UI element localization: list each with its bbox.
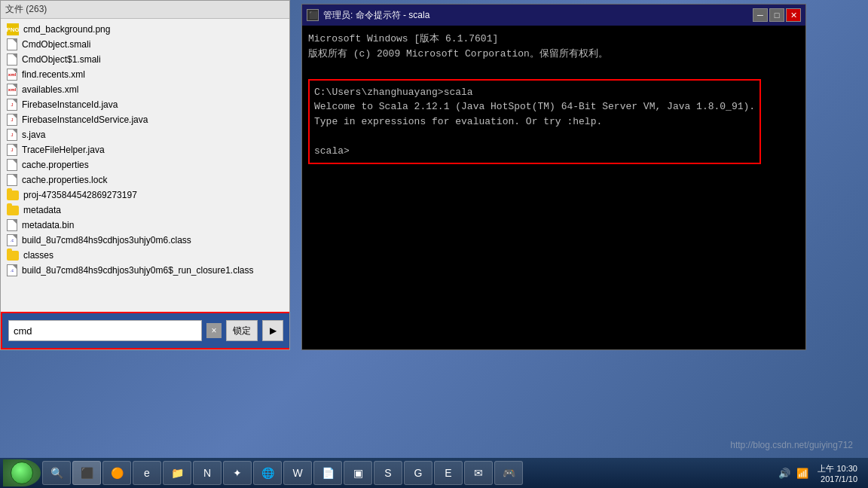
taskbar-icon-mail: ✉ bbox=[471, 465, 486, 480]
taskbar-icon-chrome: 🟠 bbox=[109, 465, 124, 480]
file-item-label: TraceFileHelper.java bbox=[22, 145, 105, 155]
file-item-label: CmdObject.smali bbox=[22, 39, 90, 50]
taskbar-icon-skype: S bbox=[381, 465, 396, 480]
file-item[interactable]: cache.properties.lock bbox=[1, 172, 289, 188]
file-item-label: metadata.bin bbox=[22, 220, 74, 230]
taskbar-item-app5[interactable]: E bbox=[434, 461, 463, 485]
file-item[interactable]: metadata bbox=[1, 203, 289, 218]
file-item[interactable]: .cbuild_8u7cmd84hs9cdhjos3uhjy0m6.class bbox=[1, 233, 289, 248]
taskbar-icon-cmd: ⬛ bbox=[79, 465, 94, 480]
taskbar-item-game[interactable]: 🎮 bbox=[494, 461, 523, 485]
taskbar-item-explorer[interactable]: 📁 bbox=[163, 461, 191, 485]
file-item-label: s.java bbox=[22, 130, 45, 140]
java-icon: J bbox=[7, 129, 17, 141]
png-icon: PNG bbox=[7, 23, 19, 35]
file-item[interactable]: .cbuild_8u7cmd84hs9cdhjos3uhjy0m6$_run_c… bbox=[1, 263, 289, 278]
taskbar-icon-app4: G bbox=[411, 465, 426, 480]
taskbar-icon-word: W bbox=[290, 465, 305, 480]
file-icon bbox=[7, 38, 17, 50]
taskbar-icon-onenote: N bbox=[200, 465, 215, 480]
taskbar-item-search[interactable]: 🔍 bbox=[42, 461, 71, 485]
start-button[interactable] bbox=[3, 459, 41, 486]
file-icon bbox=[7, 159, 17, 171]
cmd-title-left: ⬛ 管理员: 命令提示符 - scala bbox=[307, 9, 429, 22]
cmd-controls: ─ □ ✕ bbox=[753, 8, 801, 22]
file-item[interactable]: xmlfind.recents.xml bbox=[1, 67, 289, 82]
search-clear-button[interactable]: × bbox=[206, 323, 222, 338]
cmd-scala-line-4 bbox=[314, 129, 755, 144]
taskbar-item-app2[interactable]: 📄 bbox=[313, 461, 342, 485]
taskbar-icon-explorer: 📁 bbox=[170, 465, 185, 480]
taskbar-item-app4[interactable]: G bbox=[404, 461, 432, 485]
taskbar-item-app1[interactable]: ✦ bbox=[223, 461, 252, 485]
cmd-maximize-button[interactable]: □ bbox=[769, 8, 784, 22]
taskbar-item-skype[interactable]: S bbox=[374, 461, 402, 485]
file-item[interactable]: CmdObject.smali bbox=[1, 37, 289, 52]
file-item[interactable]: CmdObject$1.smali bbox=[1, 52, 289, 67]
taskbar-item-cmd[interactable]: ⬛ bbox=[72, 461, 101, 485]
xml-icon: xml bbox=[7, 84, 17, 96]
folder-icon bbox=[7, 204, 19, 216]
taskbar-icon-search: 🔍 bbox=[49, 465, 64, 480]
cmd-scala-line-1: C:\Users\zhanghuayang>scala bbox=[314, 85, 755, 100]
cmd-window-icon: ⬛ bbox=[307, 9, 319, 21]
search-arrow-button[interactable]: ▶ bbox=[262, 320, 283, 341]
file-icon bbox=[7, 219, 17, 231]
file-item-label: cache.properties.lock bbox=[22, 175, 107, 185]
search-input[interactable] bbox=[8, 320, 202, 341]
taskbar-item-chrome[interactable]: 🟠 bbox=[102, 461, 131, 485]
taskbar-item-browser[interactable]: 🌐 bbox=[253, 461, 282, 485]
file-item[interactable]: cache.properties bbox=[1, 157, 289, 172]
file-item[interactable]: JTraceFileHelper.java bbox=[1, 142, 289, 157]
search-confirm-button[interactable]: 锁定 bbox=[226, 320, 258, 341]
tray-network-icon[interactable]: 📶 bbox=[795, 465, 810, 480]
file-count-label: 文件 (263) bbox=[5, 4, 47, 14]
file-item[interactable]: proj-4735844542869273197 bbox=[1, 188, 289, 203]
taskbar-icon-app3: ▣ bbox=[350, 465, 365, 480]
cmd-minimize-button[interactable]: ─ bbox=[753, 8, 768, 22]
taskbar-icon-ie: e bbox=[139, 465, 154, 480]
system-tray: 🔊 📶 上午 10:302017/1/10 bbox=[777, 463, 865, 483]
file-item-label: availables.xml bbox=[22, 84, 78, 95]
file-item[interactable]: xmlavailables.xml bbox=[1, 82, 289, 97]
watermark: http://blog.csdn.net/guiying712 bbox=[730, 440, 853, 450]
java-icon: J bbox=[7, 144, 17, 156]
start-orb bbox=[11, 462, 33, 484]
file-item-label: cache.properties bbox=[22, 160, 89, 170]
taskbar-item-app3[interactable]: ▣ bbox=[344, 461, 372, 485]
file-icon bbox=[7, 53, 17, 66]
cmd-content: Microsoft Windows [版本 6.1.7601] 版权所有 (c)… bbox=[302, 26, 805, 349]
tray-volume-icon[interactable]: 🔊 bbox=[777, 465, 792, 480]
taskbar-icon-app1: ✦ bbox=[230, 465, 245, 480]
desktop: 文件 (263) PNGcmd_background.pngCmdObject.… bbox=[0, 0, 868, 488]
file-item[interactable]: JFirebaseInstanceIdService.java bbox=[1, 112, 289, 127]
cmd-scala-line-2: Welcome to Scala 2.12.1 (Java HotSpot(TM… bbox=[314, 99, 755, 114]
cmd-titlebar: ⬛ 管理员: 命令提示符 - scala ─ □ ✕ bbox=[302, 5, 805, 26]
file-item[interactable]: PNGcmd_background.png bbox=[1, 22, 289, 37]
file-item-label: build_8u7cmd84hs9cdhjos3uhjy0m6.class bbox=[22, 235, 191, 246]
cmd-window-title: 管理员: 命令提示符 - scala bbox=[323, 9, 429, 22]
file-item[interactable]: metadata.bin bbox=[1, 218, 289, 233]
file-item[interactable]: JFirebaseInstanceId.java bbox=[1, 97, 289, 112]
file-item-label: build_8u7cmd84hs9cdhjos3uhjy0m6$_run_clo… bbox=[22, 265, 254, 276]
cmd-line-2: 版权所有 (c) 2009 Microsoft Corporation。保留所有… bbox=[308, 47, 799, 62]
class-icon: .c bbox=[7, 264, 17, 276]
file-item[interactable]: Js.java bbox=[1, 127, 289, 142]
file-item-label: metadata bbox=[23, 205, 61, 215]
folder-icon bbox=[7, 189, 19, 201]
file-item[interactable]: classes bbox=[1, 248, 289, 263]
java-icon: J bbox=[7, 114, 17, 126]
xml-icon: xml bbox=[7, 69, 17, 81]
taskbar-items: 🔍⬛🟠e📁N✦🌐W📄▣SGE✉🎮 bbox=[42, 461, 523, 485]
taskbar-item-onenote[interactable]: N bbox=[193, 461, 222, 485]
cmd-close-button[interactable]: ✕ bbox=[786, 8, 801, 22]
taskbar-item-mail[interactable]: ✉ bbox=[464, 461, 493, 485]
system-clock[interactable]: 上午 10:302017/1/10 bbox=[813, 463, 862, 483]
file-item-label: cmd_background.png bbox=[23, 24, 110, 35]
class-icon: .c bbox=[7, 234, 17, 246]
file-explorer: 文件 (263) PNGcmd_background.pngCmdObject.… bbox=[0, 0, 290, 350]
taskbar-item-ie[interactable]: e bbox=[133, 461, 161, 485]
taskbar-item-word[interactable]: W bbox=[283, 461, 312, 485]
cmd-window: ⬛ 管理员: 命令提示符 - scala ─ □ ✕ Microsoft Win… bbox=[301, 4, 806, 350]
file-icon bbox=[7, 174, 17, 186]
